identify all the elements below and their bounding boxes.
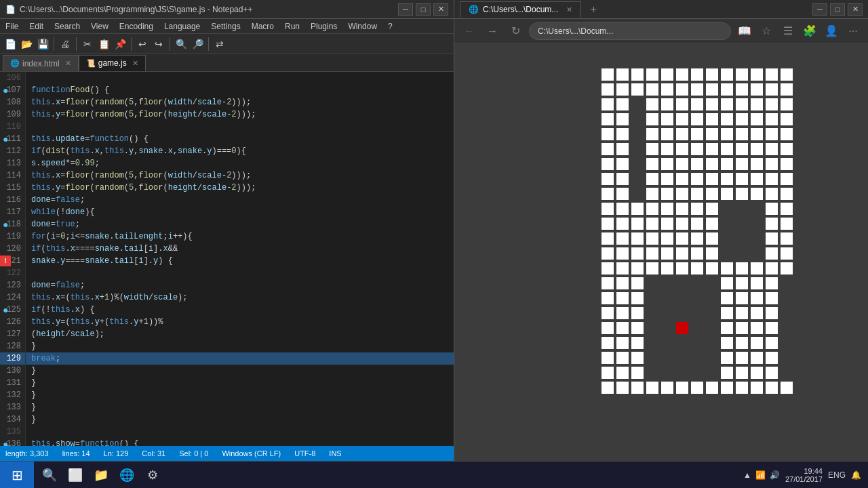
open-file-button[interactable]: 📂 bbox=[19, 37, 34, 52]
forward-button[interactable]: → bbox=[483, 22, 502, 41]
code-line-108: this.x = floor(random(5, floor(width / s… bbox=[26, 96, 454, 108]
browser-close-button[interactable]: ✕ bbox=[848, 3, 863, 16]
menu-plugins[interactable]: Plugins bbox=[305, 19, 342, 34]
volume-icon[interactable]: 🔊 bbox=[770, 470, 780, 480]
browser-minimize-button[interactable]: ─ bbox=[812, 3, 827, 16]
menu-macro[interactable]: Macro bbox=[246, 19, 279, 34]
taskbar-task-view[interactable]: ⬜ bbox=[63, 463, 87, 487]
browser-content bbox=[454, 43, 868, 461]
menu-encoding[interactable]: Encoding bbox=[114, 19, 159, 34]
notepad-title: 📄 C:\Users\...\Documents\Programming\JS\… bbox=[5, 5, 252, 14]
line-num-129: 129 bbox=[0, 352, 25, 365]
line-num-124: 124 bbox=[0, 291, 25, 304]
wrap-button[interactable]: ⇄ bbox=[212, 37, 227, 52]
code-line-136: this.show = function() { bbox=[26, 438, 454, 446]
network-icon[interactable]: 📶 bbox=[755, 470, 766, 480]
line-num-111: ● 111 bbox=[0, 133, 25, 145]
tab-label-game: game.js bbox=[98, 58, 127, 68]
minimize-button[interactable]: ─ bbox=[398, 3, 413, 16]
code-content[interactable]: function Food() { this.x = floor(random(… bbox=[26, 72, 454, 446]
tab-index-html[interactable]: 🌐 index.html ✕ bbox=[3, 55, 79, 71]
redo-button[interactable]: ↪ bbox=[151, 37, 166, 52]
notepad-titlebar: 📄 C:\Users\...\Documents\Programming\JS\… bbox=[0, 0, 454, 19]
code-line-125: if(!this.x) { bbox=[26, 304, 454, 316]
account-button[interactable]: 👤 bbox=[822, 22, 841, 41]
find-button[interactable]: 🔍 bbox=[174, 37, 189, 52]
menu-settings[interactable]: Settings bbox=[205, 19, 245, 34]
line-num-119: 119 bbox=[0, 230, 25, 243]
tab-close-game[interactable]: ✕ bbox=[132, 59, 138, 68]
code-line-112: if(dist(this.x, this.y, snake.x, snake.y… bbox=[26, 145, 454, 157]
code-line-122 bbox=[26, 267, 454, 279]
language-indicator[interactable]: ENG bbox=[828, 470, 846, 480]
close-button[interactable]: ✕ bbox=[433, 3, 448, 16]
browser-new-tab-button[interactable]: + bbox=[585, 1, 601, 18]
new-file-button[interactable]: 📄 bbox=[3, 37, 18, 52]
menu-window[interactable]: Window bbox=[342, 19, 382, 34]
menu-run[interactable]: Run bbox=[279, 19, 305, 34]
status-sel: Sel: 0 | 0 bbox=[179, 449, 208, 458]
status-encoding: UTF-8 bbox=[294, 449, 315, 458]
address-text: C:\Users\...\Docum... bbox=[538, 26, 613, 36]
system-tray-arrow[interactable]: ▲ bbox=[743, 470, 751, 480]
bookmark-button[interactable]: ☆ bbox=[757, 22, 776, 41]
refresh-button[interactable]: ↻ bbox=[506, 22, 525, 41]
taskbar: ⊞ 🔍 ⬜ 📁 🌐 ⚙ ▲ 📶 🔊 19:44 27/01/2017 ENG 🔔 bbox=[0, 461, 868, 488]
save-button[interactable]: 💾 bbox=[35, 37, 50, 52]
paste-button[interactable]: 📌 bbox=[113, 37, 127, 52]
notifications-button[interactable]: 🔔 bbox=[851, 470, 861, 480]
zoom-in-button[interactable]: 🔎 bbox=[190, 37, 205, 52]
windows-icon: ⊞ bbox=[12, 467, 23, 483]
status-col: Col: 31 bbox=[142, 449, 165, 458]
code-line-134: } bbox=[26, 413, 454, 426]
menu-view[interactable]: View bbox=[85, 19, 114, 34]
toolbar-separator-3 bbox=[131, 37, 132, 51]
menu-file[interactable]: File bbox=[0, 19, 24, 34]
reader-mode-button[interactable]: 📖 bbox=[735, 22, 754, 41]
maximize-button[interactable]: □ bbox=[416, 3, 431, 16]
taskbar-clock[interactable]: 19:44 27/01/2017 bbox=[785, 467, 823, 483]
browser-tab-title: C:\Users\...\Docum... bbox=[483, 5, 558, 14]
tab-label-index: index.html bbox=[22, 59, 60, 68]
line-num-112: 112 bbox=[0, 145, 25, 157]
browser-tab-close[interactable]: ✕ bbox=[566, 5, 572, 14]
line-num-128: 128 bbox=[0, 340, 25, 352]
line-num-114: 114 bbox=[0, 169, 25, 182]
taskbar-file-explorer[interactable]: 📁 bbox=[89, 463, 113, 487]
menu-button[interactable]: ☰ bbox=[778, 22, 797, 41]
notepad-window: 📄 C:\Users\...\Documents\Programming\JS\… bbox=[0, 0, 454, 461]
extensions-button[interactable]: 🧩 bbox=[800, 22, 819, 41]
tab-game-js[interactable]: 📜 game.js ✕ bbox=[79, 55, 146, 71]
undo-button[interactable]: ↩ bbox=[135, 37, 150, 52]
game-canvas bbox=[526, 52, 797, 452]
taskbar-settings[interactable]: ⚙ bbox=[140, 463, 165, 487]
code-line-131: } bbox=[26, 377, 454, 389]
browser-toolbar: ← → ↻ C:\Users\...\Docum... 📖 ☆ ☰ 🧩 👤 ··… bbox=[454, 19, 868, 43]
code-line-121: snake.y ==== snake.tail[i].y) { bbox=[26, 255, 454, 267]
menu-help[interactable]: ? bbox=[382, 19, 398, 34]
line-num-117: 117 bbox=[0, 206, 25, 218]
menu-edit[interactable]: Edit bbox=[24, 19, 49, 34]
menu-search[interactable]: Search bbox=[49, 19, 85, 34]
menu-language[interactable]: Language bbox=[159, 19, 205, 34]
copy-button[interactable]: 📋 bbox=[96, 37, 111, 52]
browser-maximize-button[interactable]: □ bbox=[830, 3, 845, 16]
code-container: 106 ● 107 108 109 110 ● 111 112 113 114 … bbox=[0, 72, 454, 446]
line-num-107: ● 107 bbox=[0, 84, 25, 96]
line-num-109: 109 bbox=[0, 108, 25, 121]
code-line-126: this.y = (this.y + (this.y + 1)) % bbox=[26, 316, 454, 328]
start-button[interactable]: ⊞ bbox=[0, 462, 34, 489]
line-num-113: 113 bbox=[0, 157, 25, 169]
more-button[interactable]: ··· bbox=[844, 22, 863, 41]
back-button[interactable]: ← bbox=[460, 22, 479, 41]
print-button[interactable]: 🖨 bbox=[58, 37, 73, 52]
tab-close-index[interactable]: ✕ bbox=[65, 59, 71, 68]
line-num-106: 106 bbox=[0, 72, 25, 84]
line-num-115: 115 bbox=[0, 182, 25, 194]
address-bar[interactable]: C:\Users\...\Docum... bbox=[529, 22, 731, 40]
taskbar-search[interactable]: 🔍 bbox=[37, 463, 62, 487]
taskbar-browser[interactable]: 🌐 bbox=[115, 463, 139, 487]
status-lines: lines: 14 bbox=[62, 449, 90, 458]
browser-tab-active[interactable]: 🌐 C:\Users\...\Docum... ✕ bbox=[460, 1, 581, 18]
cut-button[interactable]: ✂ bbox=[80, 37, 95, 52]
